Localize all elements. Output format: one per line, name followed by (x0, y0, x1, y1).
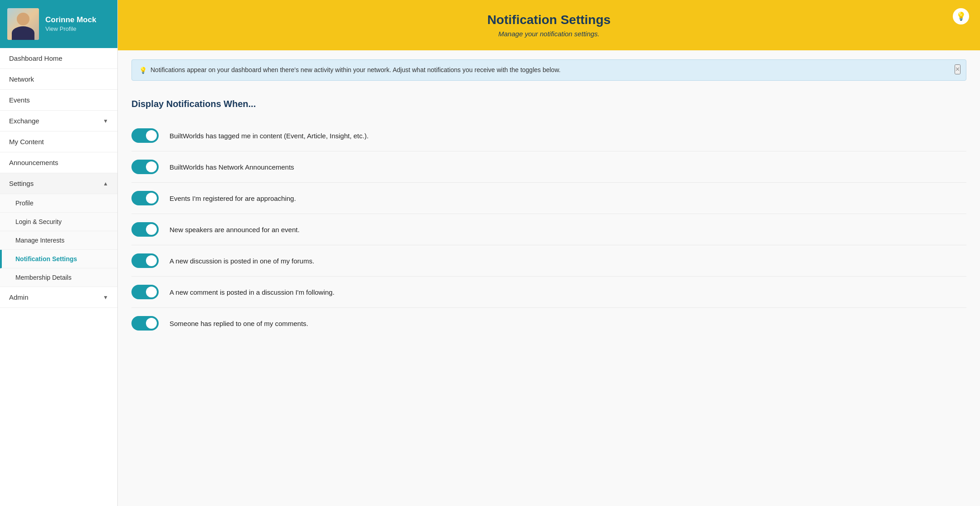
list-item: BuiltWorlds has tagged me in content (Ev… (131, 120, 966, 151)
profile-name: Corinne Mock (45, 15, 96, 24)
sidebar-sub-item-login-security[interactable]: Login & Security (0, 213, 117, 231)
sidebar-sub-item-notification-settings[interactable]: Notification Settings (0, 250, 117, 268)
info-banner-text: Notifications appear on your dashboard w… (150, 66, 561, 73)
page-subtitle: Manage your notification settings. (498, 30, 599, 38)
profile-info: Corinne Mock View Profile (45, 15, 96, 33)
sidebar-nav-item-network[interactable]: Network (0, 69, 117, 90)
notification-label: A new discussion is posted in one of my … (170, 257, 966, 265)
page-title: Notification Settings (487, 13, 611, 27)
sidebar-sub-item-membership-details[interactable]: Membership Details (0, 268, 117, 287)
chevron-up-icon: ▲ (103, 180, 108, 187)
notifications-content: Display Notifications When... BuiltWorld… (118, 90, 980, 348)
list-item: A new comment is posted in a discussion … (131, 277, 966, 308)
sidebar-sub-item-profile[interactable]: Profile (0, 194, 117, 213)
avatar (7, 8, 39, 40)
sidebar: Corinne Mock View Profile Dashboard Home… (0, 0, 118, 506)
list-item: Events I'm registered for are approachin… (131, 183, 966, 214)
sidebar-sub-item-manage-interests[interactable]: Manage Interests (0, 231, 117, 250)
toggle-network-announcements[interactable] (131, 160, 159, 174)
sidebar-nav-item-settings[interactable]: Settings ▲ (0, 173, 117, 194)
sidebar-nav-item-exchange[interactable]: Exchange ▼ (0, 111, 117, 131)
section-title: Display Notifications When... (131, 99, 966, 109)
notification-label: Events I'm registered for are approachin… (170, 195, 966, 202)
view-profile-link[interactable]: View Profile (45, 25, 76, 32)
list-item: BuiltWorlds has Network Announcements (131, 151, 966, 183)
toggle-reply-comment[interactable] (131, 316, 159, 331)
toggle-new-discussion[interactable] (131, 253, 159, 268)
sidebar-nav-item-events[interactable]: Events (0, 90, 117, 111)
chevron-down-icon: ▼ (103, 294, 108, 301)
toggle-new-comment[interactable] (131, 285, 159, 299)
notification-label: New speakers are announced for an event. (170, 226, 966, 234)
chevron-down-icon: ▼ (103, 118, 108, 124)
page-header: Notification Settings Manage your notifi… (118, 0, 980, 50)
sidebar-nav-item-my-content[interactable]: My Content (0, 131, 117, 152)
list-item: Someone has replied to one of my comment… (131, 308, 966, 339)
notification-list: BuiltWorlds has tagged me in content (Ev… (131, 120, 966, 339)
sidebar-profile[interactable]: Corinne Mock View Profile (0, 0, 117, 48)
info-banner-close-button[interactable]: × (955, 64, 961, 74)
list-item: A new discussion is posted in one of my … (131, 245, 966, 277)
notification-label: BuiltWorlds has Network Announcements (170, 163, 966, 171)
sidebar-nav-item-announcements[interactable]: Announcements (0, 152, 117, 173)
toggle-new-speakers[interactable] (131, 222, 159, 237)
notification-label: A new comment is posted in a discussion … (170, 288, 966, 296)
info-banner: 💡 Notifications appear on your dashboard… (131, 59, 966, 81)
info-icon: 💡 (139, 67, 147, 74)
bulb-icon: 💡 (953, 8, 969, 24)
notification-label: BuiltWorlds has tagged me in content (Ev… (170, 132, 966, 140)
toggle-events-approaching[interactable] (131, 191, 159, 205)
main-content: Notification Settings Manage your notifi… (118, 0, 980, 506)
toggle-tagged-content[interactable] (131, 128, 159, 143)
notification-label: Someone has replied to one of my comment… (170, 320, 966, 327)
sidebar-nav-item-admin[interactable]: Admin ▼ (0, 287, 117, 308)
sidebar-nav-item-dashboard-home[interactable]: Dashboard Home (0, 48, 117, 69)
list-item: New speakers are announced for an event. (131, 214, 966, 245)
